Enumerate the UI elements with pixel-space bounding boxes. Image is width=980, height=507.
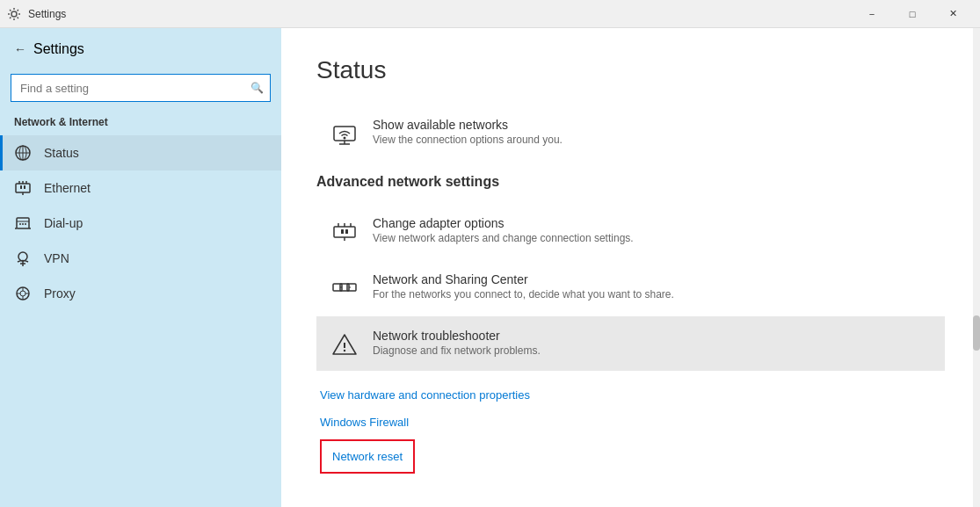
proxy-icon <box>14 285 32 302</box>
back-button[interactable]: ← Settings <box>0 28 281 70</box>
sidebar-item-status[interactable]: Status <box>0 135 281 170</box>
troubleshooter-item[interactable]: Network troubleshooter Diagnose and fix … <box>316 316 945 371</box>
svg-rect-5 <box>16 184 30 192</box>
sidebar-app-title: Settings <box>33 41 84 57</box>
app-body: ← Settings 🔍 Network & Internet Status <box>0 28 980 507</box>
network-reset-container: Network reset <box>320 439 945 474</box>
search-input[interactable] <box>11 74 271 102</box>
sidebar: ← Settings 🔍 Network & Internet Status <box>0 28 281 507</box>
sharing-center-item[interactable]: Network and Sharing Center For the netwo… <box>316 260 945 315</box>
scrollbar-thumb[interactable] <box>973 315 980 351</box>
svg-rect-10 <box>20 185 22 189</box>
sharing-desc: For the networks you connect to, decide … <box>373 288 674 301</box>
page-title: Status <box>316 56 945 84</box>
show-networks-label: Show available networks <box>373 118 563 132</box>
sidebar-item-status-label: Status <box>44 146 79 160</box>
svg-point-46 <box>344 350 345 351</box>
svg-point-15 <box>22 223 24 225</box>
show-networks-icon <box>330 120 359 148</box>
troubleshooter-desc: Diagnose and fix network problems. <box>373 344 541 357</box>
adapter-options-item[interactable]: Change adapter options View network adap… <box>316 204 945 258</box>
search-icon: 🔍 <box>250 82 264 94</box>
sidebar-item-dialup[interactable]: Dial-up <box>0 206 281 241</box>
hardware-properties-link[interactable]: View hardware and connection properties <box>320 385 945 405</box>
svg-point-31 <box>344 137 346 140</box>
svg-point-0 <box>11 11 17 17</box>
sidebar-item-proxy-label: Proxy <box>44 286 76 301</box>
show-networks-text: Show available networks View the connect… <box>373 118 563 146</box>
close-button[interactable]: ✕ <box>933 0 973 28</box>
sidebar-item-proxy[interactable]: Proxy <box>0 276 281 311</box>
minimize-button[interactable]: − <box>852 0 892 28</box>
sidebar-item-dialup-label: Dial-up <box>44 216 83 230</box>
scrollbar-track[interactable] <box>973 28 980 507</box>
svg-point-19 <box>18 252 27 261</box>
sharing-text: Network and Sharing Center For the netwo… <box>373 272 674 301</box>
titlebar-title: Settings <box>28 8 66 20</box>
svg-point-14 <box>19 223 21 225</box>
back-arrow-icon: ← <box>14 42 26 56</box>
vpn-icon <box>14 250 32 267</box>
sidebar-item-vpn-label: VPN <box>44 251 69 265</box>
settings-app-icon <box>7 7 21 21</box>
advanced-section-title: Advanced network settings <box>316 174 945 190</box>
titlebar-controls: − □ ✕ <box>852 0 973 28</box>
windows-firewall-link[interactable]: Windows Firewall <box>320 412 945 432</box>
sidebar-section-title: Network & Internet <box>0 112 281 135</box>
network-reset-link[interactable]: Network reset <box>320 439 415 474</box>
dialup-icon <box>14 214 32 232</box>
troubleshooter-text: Network troubleshooter Diagnose and fix … <box>373 329 541 357</box>
svg-rect-38 <box>345 229 348 234</box>
svg-point-16 <box>25 223 26 225</box>
troubleshooter-icon <box>330 330 359 359</box>
svg-rect-37 <box>341 229 344 234</box>
titlebar-left: Settings <box>7 7 66 21</box>
maximize-button[interactable]: □ <box>892 0 933 28</box>
search-container: 🔍 <box>11 74 271 102</box>
sidebar-item-ethernet-label: Ethernet <box>44 181 91 195</box>
sidebar-item-vpn[interactable]: VPN <box>0 241 281 276</box>
adapter-desc: View network adapters and change connect… <box>373 232 634 244</box>
status-icon <box>14 144 32 162</box>
main-content: Status Show available networks View th <box>281 28 980 507</box>
troubleshooter-label: Network troubleshooter <box>373 329 541 343</box>
svg-rect-32 <box>334 227 355 237</box>
adapter-icon <box>330 218 359 246</box>
titlebar: Settings − □ ✕ <box>0 0 980 28</box>
sidebar-item-ethernet[interactable]: Ethernet <box>0 170 281 206</box>
adapter-label: Change adapter options <box>373 216 634 230</box>
show-networks-item[interactable]: Show available networks View the connect… <box>316 105 945 160</box>
show-networks-desc: View the connection options around you. <box>373 134 563 146</box>
sharing-label: Network and Sharing Center <box>373 272 674 286</box>
svg-point-23 <box>20 291 25 296</box>
adapter-text: Change adapter options View network adap… <box>373 216 634 244</box>
ethernet-icon <box>14 179 32 197</box>
sharing-icon <box>330 274 359 302</box>
svg-rect-11 <box>24 185 25 189</box>
